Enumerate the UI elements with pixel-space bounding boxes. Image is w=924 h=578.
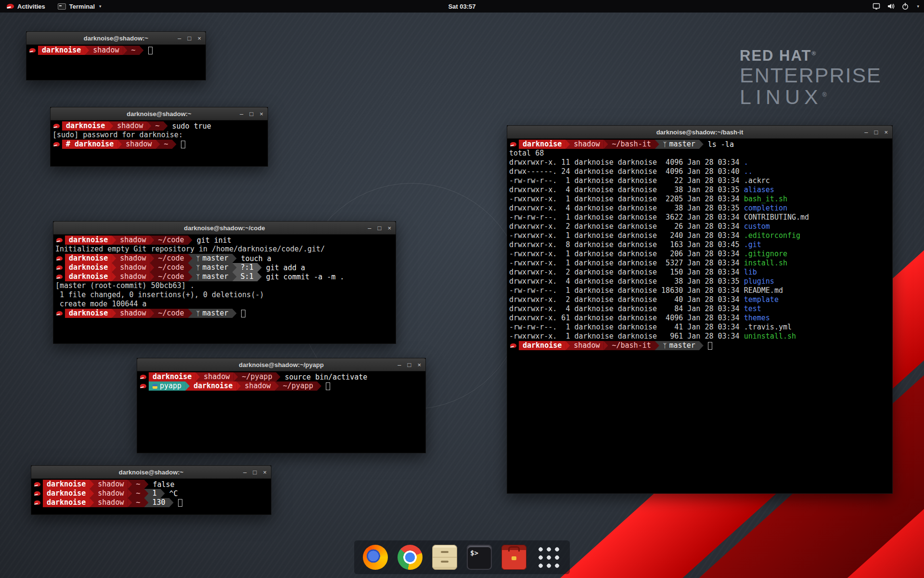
output-text: drwxrwxr-x. 2 darknoise darknoise 26 Jan… (509, 222, 744, 231)
dock-firefox-icon[interactable] (363, 545, 388, 570)
command-text: touch a (241, 254, 271, 263)
terminal-line: drwxrwxr-x. 4 darknoise darknoise 38 Jan… (509, 277, 890, 286)
terminal-window-code[interactable]: darknoise@shadow:~/code–□×darknoiseshado… (53, 221, 396, 344)
terminal-line: darknoiseshadow~ (28, 46, 204, 55)
dock-toolbox-icon[interactable] (501, 545, 526, 570)
output-text: themes (744, 314, 770, 323)
terminal-line: drwxrwxr-x. 4 darknoise darknoise 84 Jan… (509, 304, 890, 314)
powerline-arrow-icon (233, 372, 238, 381)
terminal-cursor (178, 499, 182, 507)
terminal-line: drwxrwxr-x. 8 darknoise darknoise 163 Ja… (509, 240, 890, 250)
powerline-arrow-icon (144, 498, 149, 507)
window-titlebar[interactable]: darknoise@shadow:~–□× (51, 107, 268, 120)
maximize-button[interactable]: □ (188, 35, 192, 41)
terminal-prompt-glyph: $> (470, 549, 478, 557)
powerline-arrow-icon (276, 372, 281, 381)
minimize-button[interactable]: – (240, 111, 243, 117)
prompt-segment-user: darknoise (65, 236, 112, 245)
prompt-segment-branch: ᛉmaster (192, 254, 232, 263)
close-button[interactable]: × (197, 35, 201, 41)
minimize-button[interactable]: – (864, 129, 868, 135)
window-titlebar[interactable]: darknoise@shadow:~–□× (31, 466, 271, 479)
rhel-watermark-line3: LINUX® (740, 87, 882, 107)
output-text: -rwxrwxr-x. 1 darknoise darknoise 961 Ja… (509, 332, 744, 341)
powerline-arrow-icon (112, 272, 116, 281)
terminal-body[interactable]: darknoiseshadow~/pyappsource bin/activat… (137, 371, 425, 453)
prompt-segment-status: ?:1 (237, 263, 257, 272)
app-menu-terminal[interactable]: Terminal ▾ (55, 0, 104, 13)
window-titlebar[interactable]: darknoise@shadow:~/code–□× (53, 222, 396, 235)
registered-mark: ® (822, 92, 831, 98)
powerline-arrow-icon (169, 498, 174, 507)
window-title: darknoise@shadow:~ (119, 469, 183, 476)
powerline-arrow-icon (140, 46, 144, 55)
prompt-segment-path: ~/bash-it (608, 341, 654, 350)
output-text: total 68 (509, 149, 544, 158)
window-titlebar[interactable]: darknoise@shadow:~/bash-it–□× (507, 126, 892, 139)
command-text: ls -la (708, 140, 734, 149)
minimize-button[interactable]: – (243, 469, 246, 475)
window-title: darknoise@shadow:~/bash-it (656, 129, 744, 136)
maximize-button[interactable]: □ (253, 469, 257, 475)
redhat-prompt-icon (56, 238, 63, 242)
maximize-button[interactable]: □ (378, 225, 382, 231)
minimize-button[interactable]: – (398, 362, 401, 368)
redhat-prompt-icon (34, 482, 40, 486)
terminal-body[interactable]: darknoiseshadow~sudo true[sudo] password… (51, 120, 268, 166)
status-menu-caret-icon[interactable]: ▾ (917, 4, 919, 9)
powerline-arrow-icon (150, 254, 154, 263)
powerline-arrow-icon (603, 341, 608, 350)
dock-chrome-icon[interactable] (398, 545, 423, 570)
minimize-button[interactable]: – (178, 35, 181, 41)
prompt-segment-host: shadow (570, 140, 603, 149)
dock-terminal-icon[interactable]: $> (467, 545, 492, 570)
window-titlebar[interactable]: darknoise@shadow:~–□× (26, 32, 205, 45)
powerline-arrow-icon (112, 236, 116, 245)
terminal-body[interactable]: darknoiseshadow~ (26, 45, 205, 80)
prompt-segment-branch: ᛉmaster (192, 309, 232, 318)
terminal-body[interactable]: darknoiseshadow~falsedarknoiseshadow~1^C… (31, 479, 271, 514)
power-icon[interactable] (901, 2, 909, 10)
window-titlebar[interactable]: darknoise@shadow:~/pyapp–□× (137, 358, 425, 371)
maximize-button[interactable]: □ (408, 362, 411, 368)
minimize-button[interactable]: – (368, 225, 371, 231)
system-status-area[interactable]: ▾ (873, 2, 924, 10)
maximize-button[interactable]: □ (874, 129, 878, 135)
close-button[interactable]: × (884, 129, 888, 135)
output-text: . (744, 158, 748, 167)
display-icon[interactable] (873, 2, 880, 10)
terminal-window-home-small[interactable]: darknoise@shadow:~–□×darknoiseshadow~ (26, 31, 206, 80)
terminal-window-sudo[interactable]: darknoise@shadow:~–□×darknoiseshadow~sud… (50, 107, 268, 167)
close-button[interactable]: × (259, 111, 263, 117)
dock-files-icon[interactable] (432, 545, 457, 570)
output-text: uninstall.sh (744, 332, 796, 341)
maximize-button[interactable]: □ (250, 111, 254, 117)
window-controls: –□× (178, 32, 201, 45)
prompt-segment-branch: ᛉmaster (192, 263, 232, 272)
prompt-segment-user: darknoise (65, 263, 112, 272)
output-text: install.sh (744, 259, 787, 268)
terminal-line: [sudo] password for darknoise: (52, 131, 266, 140)
prompt-segment-user: darknoise (62, 121, 109, 131)
terminal-body[interactable]: darknoiseshadow~/codegit initInitialized… (53, 235, 396, 343)
terminal-window-exit-codes[interactable]: darknoise@shadow:~–□×darknoiseshadow~fal… (31, 465, 271, 515)
output-text: .. (744, 167, 753, 176)
close-button[interactable]: × (417, 362, 421, 368)
powerline-arrow-icon (147, 121, 151, 131)
git-branch-icon: ᛉ (196, 272, 200, 281)
terminal-window-bash-it[interactable]: darknoise@shadow:~/bash-it–□×darknoisesh… (507, 125, 893, 494)
redhat-prompt-icon (53, 142, 60, 146)
powerline-arrow-icon (232, 309, 237, 318)
terminal-line: darknoiseshadow~false (33, 480, 269, 489)
close-button[interactable]: × (263, 469, 267, 475)
activities-button[interactable]: Activities (4, 0, 48, 13)
volume-icon[interactable] (887, 2, 895, 10)
powerline-arrow-icon (150, 263, 154, 272)
close-button[interactable]: × (387, 225, 391, 231)
terminal-line: -rw-rw-r--. 1 darknoise darknoise 22 Jan… (509, 176, 890, 185)
terminal-body[interactable]: darknoiseshadow~/bash-itᛉmasterls -latot… (507, 139, 892, 493)
dock-app-grid-icon[interactable] (536, 545, 561, 570)
clock[interactable]: Sat 03:57 (448, 3, 475, 10)
terminal-window-pyapp[interactable]: darknoise@shadow:~/pyapp–□×darknoiseshad… (137, 358, 426, 453)
prompt-segment-user: darknoise (38, 46, 85, 55)
